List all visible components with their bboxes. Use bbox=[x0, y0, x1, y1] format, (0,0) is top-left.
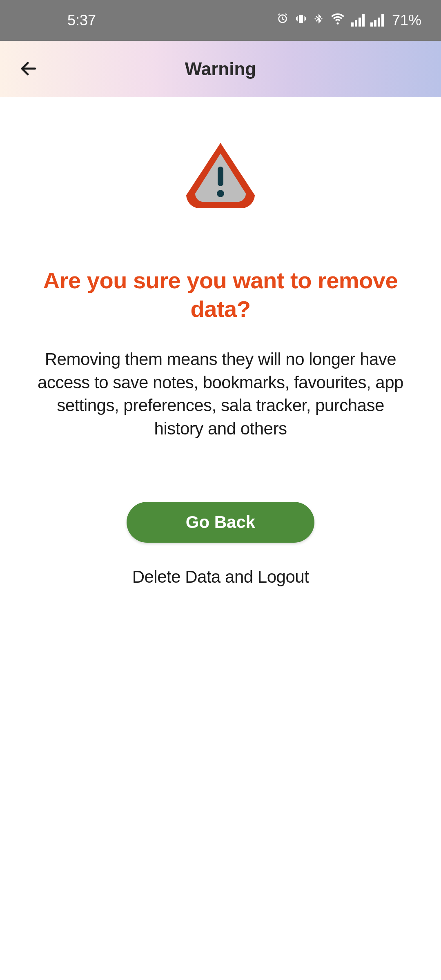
svg-point-0 bbox=[314, 18, 316, 19]
status-bar: 5:37 71% bbox=[0, 0, 441, 41]
svg-point-1 bbox=[321, 18, 323, 19]
back-button[interactable] bbox=[12, 53, 45, 85]
warning-heading: Are you sure you want to remove data? bbox=[33, 266, 408, 323]
svg-rect-3 bbox=[218, 167, 223, 186]
status-time: 5:37 bbox=[67, 12, 96, 29]
alarm-icon bbox=[276, 12, 289, 29]
arrow-left-icon bbox=[19, 59, 38, 80]
signal-bars-1-icon bbox=[351, 14, 365, 27]
go-back-button[interactable]: Go Back bbox=[127, 502, 314, 543]
main-content: Are you sure you want to remove data? Re… bbox=[0, 97, 441, 587]
app-header: Warning bbox=[0, 41, 441, 97]
bluetooth-icon bbox=[313, 12, 324, 29]
delete-logout-label: Delete Data and Logout bbox=[132, 567, 309, 586]
battery-percent: 71% bbox=[392, 12, 421, 29]
warning-icon bbox=[180, 138, 261, 213]
svg-point-4 bbox=[217, 190, 224, 197]
vibrate-icon bbox=[295, 12, 307, 29]
warning-body: Removing them means they will no longer … bbox=[33, 348, 408, 441]
delete-logout-button[interactable]: Delete Data and Logout bbox=[132, 567, 309, 587]
page-title: Warning bbox=[0, 59, 441, 79]
status-icons: 71% bbox=[276, 12, 421, 29]
go-back-label: Go Back bbox=[186, 512, 255, 532]
signal-bars-2-icon bbox=[370, 14, 384, 27]
wifi-icon bbox=[330, 12, 345, 29]
